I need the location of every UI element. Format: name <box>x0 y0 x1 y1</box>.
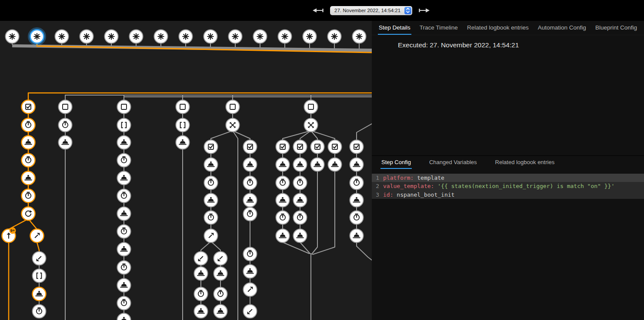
graph-node-bell[interactable] <box>204 194 218 207</box>
graph-node-arrow-up-right[interactable] <box>204 229 218 243</box>
graph-node-bell[interactable] <box>117 313 131 320</box>
trigger-node[interactable] <box>328 30 341 43</box>
trigger-node[interactable] <box>303 30 317 43</box>
graph-node-timer[interactable] <box>276 176 290 190</box>
tab-automation-config[interactable]: Automation Config <box>537 21 587 35</box>
graph-node-timer[interactable] <box>244 247 257 261</box>
graph-node-bell[interactable] <box>350 158 364 172</box>
graph-node-bell[interactable] <box>276 158 290 172</box>
graph-node-bell[interactable] <box>59 136 72 149</box>
trigger-node[interactable] <box>29 29 45 45</box>
graph-node-timer[interactable] <box>59 119 72 132</box>
graph-node-timer[interactable] <box>117 154 131 167</box>
trigger-node[interactable] <box>229 30 242 43</box>
graph-node-bell[interactable] <box>117 136 131 149</box>
trace-picker-select[interactable]: 27. November 2022, 14:54:21 <box>330 6 412 15</box>
graph-node-bell[interactable] <box>33 287 46 301</box>
graph-node-timer[interactable] <box>350 211 364 224</box>
graph-node-timer[interactable] <box>117 189 131 203</box>
graph-node-bell[interactable] <box>117 207 131 221</box>
tab-related-logbook-entries[interactable]: Related logbook entries <box>494 156 556 169</box>
graph-node-repeat[interactable] <box>22 207 35 221</box>
graph-node-bell[interactable] <box>194 305 208 318</box>
graph-node-bell[interactable] <box>214 305 227 318</box>
graph-node-bell[interactable] <box>244 194 257 207</box>
graph-node-parallel[interactable] <box>226 119 240 132</box>
graph-node-checkbox[interactable] <box>328 140 342 154</box>
tab-step-config[interactable]: Step Config <box>380 156 412 169</box>
graph-node-checkbox[interactable] <box>350 140 364 154</box>
graph-node-timer[interactable] <box>244 208 257 221</box>
graph-node-checkbox[interactable] <box>244 140 257 154</box>
graph-node-bell[interactable] <box>350 194 364 207</box>
graph-node-parallel[interactable] <box>304 119 318 132</box>
graph-node-bell[interactable] <box>276 229 290 243</box>
graph-node-arrow-up-right[interactable] <box>30 229 44 243</box>
trigger-node[interactable] <box>55 30 69 43</box>
graph-node-checkbox[interactable] <box>204 140 218 154</box>
tab-blueprint-config[interactable]: Blueprint Config <box>594 21 638 35</box>
graph-node-timer[interactable] <box>33 305 46 318</box>
graph-node-checkbox[interactable] <box>294 140 307 154</box>
graph-node-timer[interactable] <box>214 287 227 301</box>
graph-node-bell[interactable] <box>294 194 307 207</box>
graph-node-checkbox[interactable] <box>311 140 324 154</box>
graph-node-bell[interactable] <box>294 229 307 243</box>
graph-node-bell[interactable] <box>350 229 364 243</box>
tab-trace-timeline[interactable]: Trace Timeline <box>419 21 459 35</box>
tab-step-details[interactable]: Step Details <box>378 21 411 35</box>
graph-node-bell[interactable] <box>214 267 227 280</box>
graph-node-timer[interactable] <box>117 297 131 310</box>
graph-node-timer[interactable] <box>294 176 307 190</box>
trigger-node[interactable] <box>204 30 217 43</box>
graph-node-arrow-down-left[interactable] <box>214 252 227 265</box>
graph-node-bell[interactable] <box>276 194 290 207</box>
graph-node-bell[interactable] <box>244 265 257 278</box>
graph-node-bell[interactable] <box>194 267 208 280</box>
graph-node-bell[interactable] <box>294 158 307 172</box>
graph-node-brackets[interactable] <box>117 119 131 132</box>
graph-node-bell[interactable] <box>244 158 257 172</box>
graph-node-timer[interactable] <box>22 189 35 203</box>
trigger-node[interactable] <box>179 30 193 43</box>
trigger-node[interactable] <box>254 30 267 43</box>
graph-node-timer[interactable] <box>350 176 364 190</box>
graph-node-arrow-down-left[interactable] <box>244 305 257 318</box>
graph-node-timer[interactable] <box>22 119 35 132</box>
graph-node-timer[interactable] <box>294 211 307 224</box>
graph-node-arrow-up-right[interactable] <box>244 283 257 297</box>
graph-node-timer[interactable] <box>117 261 131 274</box>
next-trace-button[interactable] <box>418 7 430 13</box>
trigger-node[interactable] <box>353 30 366 43</box>
graph-node-checkbox[interactable] <box>22 100 35 114</box>
graph-node-square[interactable] <box>304 100 318 114</box>
graph-node-bell[interactable] <box>22 172 35 185</box>
graph-node-bell[interactable] <box>176 136 190 149</box>
graph-node-brackets[interactable] <box>176 119 190 132</box>
trigger-node[interactable] <box>6 30 19 43</box>
trigger-node[interactable] <box>105 30 118 43</box>
graph-node-timer[interactable] <box>276 211 290 224</box>
tab-changed-variables[interactable]: Changed Variables <box>428 156 478 169</box>
previous-trace-button[interactable] <box>313 7 324 13</box>
graph-node-timer[interactable] <box>22 154 35 167</box>
graph-node-square[interactable] <box>176 100 190 114</box>
graph-node-timer[interactable] <box>204 176 218 190</box>
graph-node-timer[interactable] <box>117 225 131 238</box>
graph-node-bell[interactable] <box>311 158 324 172</box>
graph-node-checkbox[interactable] <box>276 140 290 154</box>
graph-node-bell[interactable] <box>204 158 218 172</box>
graph-node-bell[interactable] <box>328 158 342 172</box>
trigger-node[interactable] <box>154 30 168 43</box>
graph-node-square[interactable] <box>117 100 131 114</box>
graph-node-bell[interactable] <box>117 279 131 292</box>
graph-node-square[interactable] <box>226 100 240 114</box>
graph-node-timer[interactable] <box>194 287 208 301</box>
graph-node-square[interactable] <box>59 100 72 114</box>
graph-node-bell[interactable] <box>22 136 35 149</box>
graph-node-brackets[interactable] <box>33 269 46 283</box>
trigger-node[interactable] <box>278 30 292 43</box>
graph-node-timer[interactable] <box>204 211 218 224</box>
graph-node-bell[interactable] <box>117 172 131 185</box>
graph-node-arrow-down-left[interactable] <box>194 252 208 265</box>
